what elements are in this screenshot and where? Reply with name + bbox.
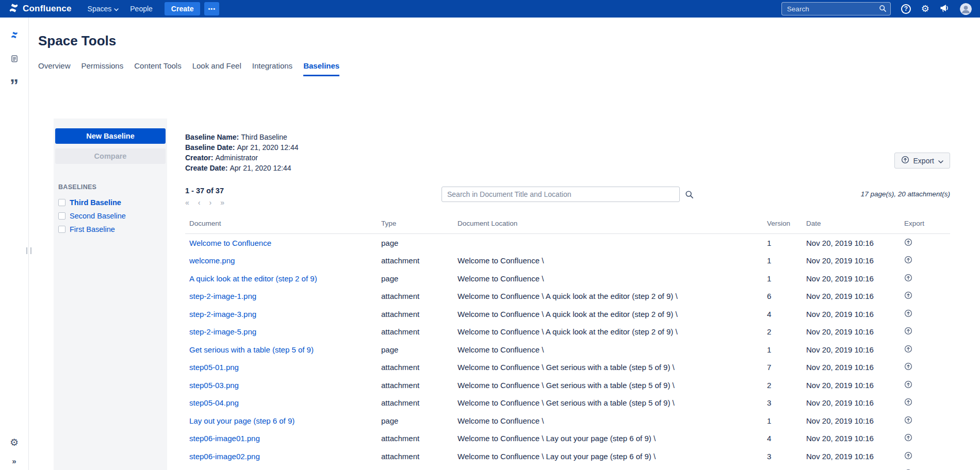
meta-value: Apr 21, 2020 12:44: [237, 143, 298, 152]
document-link[interactable]: step06-image02.png: [189, 452, 260, 461]
pagination-next-page[interactable]: ›: [209, 199, 211, 206]
export-cell: [900, 359, 950, 377]
location-cell: Welcome to Confluence \ A quick look at …: [453, 323, 763, 341]
document-link[interactable]: Lay out your page (step 6 of 9): [189, 416, 295, 425]
baseline-checkbox[interactable]: [58, 212, 66, 220]
tab-integrations[interactable]: Integrations: [252, 61, 292, 76]
table-row: Lay out your page (step 6 of 9)pageWelco…: [185, 412, 950, 430]
pages-icon[interactable]: [7, 52, 22, 66]
blog-quote-icon[interactable]: ”: [7, 75, 22, 90]
date-cell: Nov 20, 2019 10:16: [802, 234, 900, 252]
announcements-button[interactable]: [940, 4, 950, 14]
document-link[interactable]: A quick look at the editor (step 2 of 9): [189, 274, 317, 283]
top-navigation: Confluence Spaces People Create ••• ? ⚙: [0, 0, 980, 18]
export-row-icon[interactable]: [904, 327, 912, 335]
version-cell: 7: [763, 359, 802, 377]
meta-row: Baseline Date:Apr 21, 2020 12:44: [185, 142, 950, 153]
baseline-detail: Baseline Name:Third BaselineBaseline Dat…: [167, 119, 980, 470]
export-row-icon[interactable]: [904, 451, 912, 460]
export-row-icon[interactable]: [904, 398, 912, 406]
type-cell: page: [377, 270, 453, 288]
document-link[interactable]: step-2-image-3.png: [189, 310, 256, 318]
baseline-link[interactable]: First Baseline: [70, 225, 115, 233]
column-header-version: Version: [763, 216, 802, 234]
location-cell: Welcome to Confluence \ Get serious with…: [453, 359, 763, 377]
sidebar-collapse-handle[interactable]: [26, 247, 31, 254]
tab-content-tools[interactable]: Content Tools: [134, 61, 181, 76]
type-cell: attachment: [377, 430, 453, 448]
document-cell: Lay out your page (step 6 of 9): [185, 412, 377, 430]
gear-icon: ⚙: [921, 4, 929, 13]
document-link[interactable]: step05-03.png: [189, 381, 239, 390]
baseline-link[interactable]: Second Baseline: [70, 212, 126, 220]
export-row-icon[interactable]: [904, 291, 912, 299]
location-cell: Welcome to Confluence \ Lay out your pag…: [453, 430, 763, 448]
tab-overview[interactable]: Overview: [38, 61, 71, 76]
pagination-prev-page[interactable]: ‹: [198, 199, 201, 206]
nav-search: [781, 2, 891, 15]
export-row-icon[interactable]: [904, 380, 912, 389]
help-button[interactable]: ?: [901, 4, 911, 14]
document-link[interactable]: step-2-image-5.png: [189, 327, 256, 336]
export-row-icon[interactable]: [904, 238, 912, 246]
export-row-icon[interactable]: [904, 433, 912, 442]
document-link[interactable]: step06-image01.png: [189, 434, 260, 443]
table-row: step06-image03.pngattachmentWelcome to C…: [185, 465, 950, 470]
baseline-checkbox[interactable]: [58, 226, 66, 233]
type-cell: attachment: [377, 288, 453, 306]
document-link[interactable]: Welcome to Confluence: [189, 239, 271, 247]
create-button[interactable]: Create: [165, 2, 201, 15]
tab-permissions[interactable]: Permissions: [81, 61, 124, 76]
baselines-section-title: BASELINES: [58, 183, 166, 191]
chevron-down-icon: [938, 157, 943, 165]
tab-look-and-feel[interactable]: Look and Feel: [192, 61, 241, 76]
result-range: 1 - 37 of 37: [185, 187, 442, 195]
baseline-link[interactable]: Third Baseline: [70, 198, 121, 207]
nav-spaces[interactable]: Spaces: [82, 5, 125, 13]
date-cell: Nov 20, 2019 10:16: [802, 359, 900, 377]
document-link[interactable]: step05-01.png: [189, 363, 239, 372]
document-link[interactable]: Get serious with a table (step 5 of 9): [189, 345, 314, 354]
document-link[interactable]: step-2-image-1.png: [189, 292, 256, 300]
search-icon[interactable]: [685, 190, 694, 201]
export-cell: [900, 270, 950, 288]
export-button[interactable]: Export: [894, 153, 950, 169]
export-row-icon[interactable]: [904, 274, 912, 282]
document-link[interactable]: step05-04.png: [189, 398, 239, 407]
type-cell: attachment: [377, 252, 453, 270]
baseline-checkbox[interactable]: [58, 199, 66, 206]
table-row: step-2-image-1.pngattachmentWelcome to C…: [185, 288, 950, 306]
location-cell: Welcome to Confluence \: [453, 270, 763, 288]
expand-sidebar-icon[interactable]: »: [9, 456, 19, 466]
space-settings-icon[interactable]: ⚙: [7, 437, 22, 448]
tab-baselines[interactable]: Baselines: [303, 61, 339, 76]
location-cell: Welcome to Confluence \ A quick look at …: [453, 305, 763, 323]
document-search-input[interactable]: [442, 187, 680, 202]
search-icon[interactable]: [879, 5, 887, 14]
location-cell: Welcome to Confluence \: [453, 412, 763, 430]
meta-value: Administrator: [215, 154, 257, 162]
document-link[interactable]: welcome.png: [189, 256, 235, 265]
compare-button[interactable]: Compare: [55, 148, 166, 164]
type-cell: attachment: [377, 376, 453, 394]
export-row-icon[interactable]: [904, 362, 912, 371]
new-baseline-button[interactable]: New Baseline: [55, 128, 166, 144]
table-row: step06-image01.pngattachmentWelcome to C…: [185, 430, 950, 448]
search-input[interactable]: [781, 2, 891, 15]
export-row-icon[interactable]: [904, 416, 912, 424]
version-cell: 1: [763, 234, 802, 252]
user-avatar[interactable]: [960, 3, 972, 15]
table-row: step05-04.pngattachmentWelcome to Conflu…: [185, 394, 950, 412]
space-logo-icon[interactable]: [7, 28, 22, 42]
create-more-button[interactable]: •••: [204, 2, 219, 15]
chevron-down-icon: [114, 5, 119, 13]
export-row-icon[interactable]: [904, 256, 912, 264]
baseline-list: Third BaselineSecond BaselineFirst Basel…: [55, 196, 166, 236]
export-row-icon[interactable]: [904, 309, 912, 317]
pagination-last-page[interactable]: »: [220, 199, 224, 206]
settings-button[interactable]: ⚙: [921, 4, 929, 13]
confluence-home-link[interactable]: Confluence: [8, 3, 72, 15]
pagination-first-page[interactable]: «: [185, 199, 189, 206]
nav-people[interactable]: People: [124, 5, 158, 13]
export-row-icon[interactable]: [904, 345, 912, 353]
